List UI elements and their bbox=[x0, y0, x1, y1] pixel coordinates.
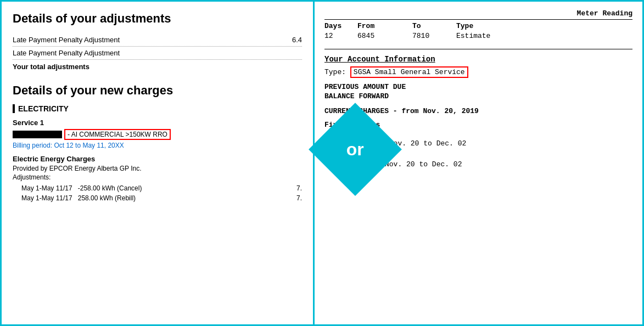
electricity-label: ELECTRICITY bbox=[13, 104, 302, 113]
charge-row-2-label: May 1-May 11/17 258.00 kWh (Rebill) bbox=[21, 194, 136, 202]
electric-charges-title: Electric Energy Charges bbox=[13, 155, 302, 163]
val-type: Estimate bbox=[456, 32, 522, 40]
section2-title: Details of your new charges bbox=[13, 83, 302, 98]
val-days: 12 bbox=[324, 32, 357, 40]
total-row: Your total adjustments bbox=[13, 60, 302, 74]
service-label: Service 1 bbox=[13, 119, 302, 127]
current-charges-label: CURRENT CHARGES - from Nov. 20, 2019 bbox=[324, 107, 632, 115]
adjustments-label: Adjustments: bbox=[13, 173, 302, 181]
val-to: 7810 bbox=[412, 32, 456, 40]
adjustment-row-1: Late Payment Penalty Adjustment 6.4 bbox=[13, 33, 302, 47]
provided-by: Provided by EPCOR Energy Alberta GP Inc. bbox=[13, 165, 302, 172]
charge-row-1-value: 7. bbox=[296, 184, 302, 192]
billing-period: Billing period: Oct 12 to May 11, 20XX bbox=[13, 142, 302, 149]
charge-row-1-label: May 1-May 11/17 -258.00 kWh (Cancel) bbox=[21, 184, 142, 192]
site-suffix: - AI COMMERCIAL >150KW RRO bbox=[64, 129, 171, 140]
charge-row-2: May 1-May 11/17 258.00 kWh (Rebill) 7. bbox=[13, 193, 302, 203]
left-panel: Details of your adjustments Late Payment… bbox=[2, 2, 315, 324]
site-row: - AI COMMERCIAL >150KW RRO bbox=[13, 129, 302, 140]
right-divider bbox=[324, 49, 632, 49]
adjustment-row-2: Late Payment Penalty Adjustment bbox=[13, 47, 302, 60]
type-label: Type: bbox=[324, 68, 346, 76]
col-to: To bbox=[412, 22, 456, 30]
main-container: Details of your adjustments Late Payment… bbox=[0, 0, 644, 326]
meter-reading-title: Meter Reading bbox=[324, 9, 632, 20]
adjustment1-label: Late Payment Penalty Adjustment bbox=[13, 36, 120, 44]
account-info-title: Your Account Information bbox=[324, 55, 632, 64]
section1-title: Details of your adjustments bbox=[13, 12, 302, 26]
site-redacted bbox=[13, 131, 62, 138]
meter-values: 12 6845 7810 Estimate bbox=[324, 32, 632, 40]
col-from: From bbox=[357, 22, 412, 30]
col-days: Days bbox=[324, 22, 357, 30]
adjustment2-label: Late Payment Penalty Adjustment bbox=[13, 49, 120, 57]
total-label: Your total adjustments bbox=[13, 63, 89, 71]
charge-row-2-value: 7. bbox=[296, 194, 302, 202]
meter-section: Meter Reading Days From To Type 12 6845 … bbox=[324, 9, 632, 40]
type-value: SGSA Small General Service bbox=[350, 66, 468, 78]
prev-amount-label: PREVIOUS AMOUNT DUE bbox=[324, 83, 632, 91]
adjustment1-value: 6.4 bbox=[292, 36, 302, 44]
meter-headers: Days From To Type bbox=[324, 22, 632, 30]
account-type-row: Type: SGSA Small General Service bbox=[324, 68, 632, 76]
or-text: or bbox=[346, 139, 364, 160]
charge-row-1: May 1-May 11/17 -258.00 kWh (Cancel) 7. bbox=[13, 183, 302, 193]
col-type: Type bbox=[456, 22, 522, 30]
balance-forward-label: BALANCE FORWARD bbox=[324, 92, 632, 100]
val-from: 6845 bbox=[357, 32, 412, 40]
